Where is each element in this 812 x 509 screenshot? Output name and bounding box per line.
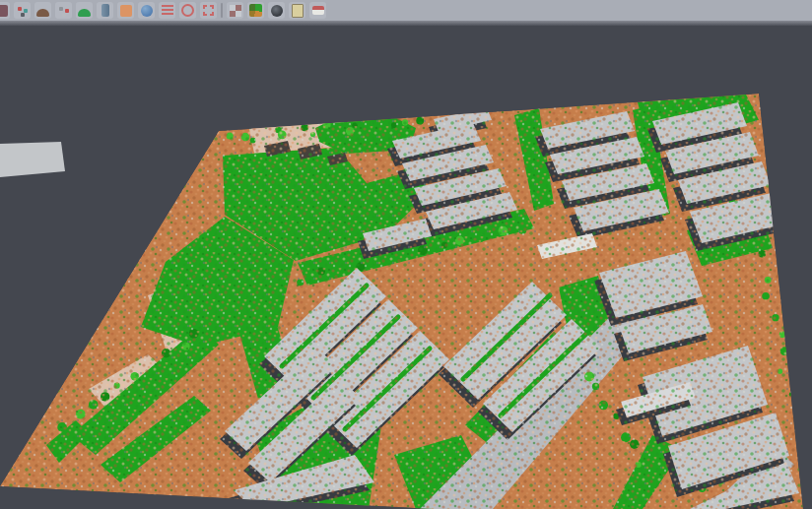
dem-mound-icon[interactable] xyxy=(76,2,93,19)
toolbar-separator xyxy=(221,3,223,18)
stack-lines-icon[interactable] xyxy=(159,2,175,19)
camera-capture-icon[interactable] xyxy=(309,2,326,19)
mesh-mound-icon[interactable] xyxy=(34,2,51,19)
globe-icon[interactable] xyxy=(268,2,285,19)
circle-selection-icon[interactable] xyxy=(179,2,196,19)
refresh-doc-icon[interactable] xyxy=(289,2,305,19)
point-noise-overlay xyxy=(0,26,812,509)
3d-viewport[interactable] xyxy=(0,26,812,509)
terrain-mesh xyxy=(0,26,812,509)
application-window xyxy=(0,0,812,509)
classify-points-icon[interactable] xyxy=(55,2,72,19)
checker-transparency-icon[interactable] xyxy=(227,2,243,19)
main-toolbar xyxy=(0,0,812,21)
greenhouse-strip xyxy=(0,142,65,177)
navigation-sphere-icon[interactable] xyxy=(138,2,155,19)
zoom-extents-icon[interactable] xyxy=(200,2,217,19)
clipped-edge-icon[interactable] xyxy=(0,2,10,19)
ortho-square-icon[interactable] xyxy=(117,2,134,19)
column-bar-icon[interactable] xyxy=(97,2,113,19)
pick-points-icon[interactable] xyxy=(14,2,31,19)
classified-point-cloud-scene[interactable] xyxy=(0,26,812,509)
classification-mosaic-icon[interactable] xyxy=(247,2,264,19)
